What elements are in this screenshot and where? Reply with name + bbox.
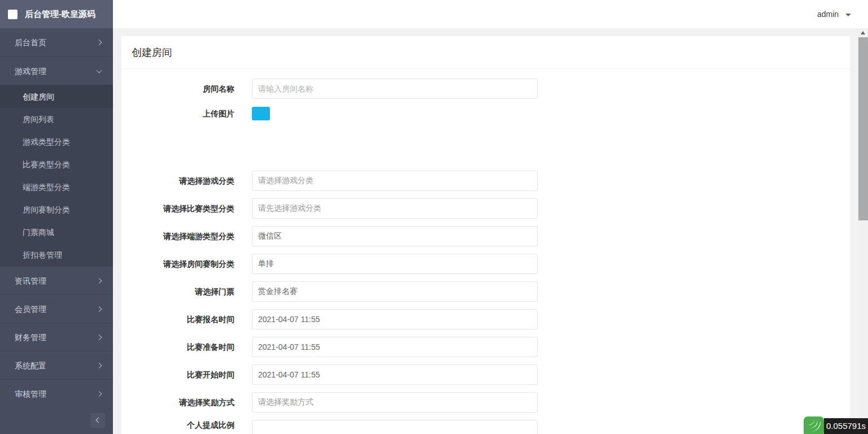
field-label-upload-image: 上传图片 [132, 107, 234, 120]
game-category-select[interactable] [252, 171, 538, 191]
chevron-right-icon [97, 40, 102, 45]
trace-time: 0.055791s [826, 421, 866, 431]
sidebar: 后台管理-欧皇源码 后台首页游戏管理创建房间房间列表游戏类型分类比赛类型分类端游… [0, 0, 113, 434]
field-label-match-type: 请选择比赛类型分类 [132, 198, 234, 219]
match-type-select[interactable] [252, 198, 538, 219]
field-label-ticket: 请选择门票 [132, 281, 234, 302]
scrollbar-thumb[interactable] [858, 37, 868, 220]
app-title: 后台管理-欧皇源码 [25, 9, 95, 20]
field-control-prepare-time [252, 337, 538, 357]
user-menu[interactable]: admin [817, 0, 851, 28]
trace-time-bar: 0.055791s [824, 418, 868, 434]
sidebar-item-audit[interactable]: 审核管理 [0, 379, 113, 407]
reward-mode-select[interactable] [252, 392, 538, 413]
field-control-room-name [252, 79, 538, 99]
chevron-down-icon [845, 14, 851, 16]
field-control-start-time [252, 364, 538, 385]
field-label-signup-time: 比赛报名时间 [132, 309, 234, 329]
field-control-signup-time [252, 309, 538, 329]
sidebar-item-label: 资讯管理 [15, 276, 46, 285]
sidebar-item-label: 审核管理 [15, 389, 46, 398]
submenu-game: 创建房间房间列表游戏类型分类比赛类型分类端游类型分类房间赛制分类门票商城折扣卷管… [0, 85, 113, 266]
logo-bar: 后台管理-欧皇源码 [0, 0, 113, 28]
app-logo-icon [8, 10, 18, 19]
content-card: 创建房间 房间名称上传图片请选择游戏分类请选择比赛类型分类请选择端游类型分类请选… [121, 36, 850, 434]
field-label-game-category: 请选择游戏分类 [132, 171, 234, 191]
form-row-room-format: 请选择房间赛制分类 [121, 254, 850, 274]
prepare-time-input[interactable] [252, 337, 538, 357]
submenu-item-label: 折扣卷管理 [23, 250, 62, 259]
room-format-select[interactable] [252, 254, 538, 274]
chevron-left-icon [96, 418, 102, 423]
sidebar-subitem-create-room[interactable]: 创建房间 [0, 85, 113, 108]
form-row-ticket: 请选择门票 [121, 281, 850, 302]
field-control-game-category [252, 171, 538, 191]
form-row-room-name: 房间名称 [121, 79, 850, 99]
chevron-down-icon [97, 67, 102, 73]
sidebar-item-member[interactable]: 会员管理 [0, 294, 113, 323]
chevron-right-icon [97, 335, 102, 340]
sidebar-subitem-discount-coupon[interactable]: 折扣卷管理 [0, 244, 113, 266]
sidebar-item-label: 后台首页 [15, 38, 46, 47]
client-type-select[interactable] [252, 226, 538, 246]
submenu-item-label: 房间赛制分类 [23, 205, 70, 214]
form-row-match-type: 请选择比赛类型分类 [121, 198, 850, 219]
sidebar-item-label: 会员管理 [15, 305, 46, 314]
room-name-input[interactable] [252, 79, 538, 99]
sidebar-subitem-room-list[interactable]: 房间列表 [0, 108, 113, 131]
submenu-item-label: 比赛类型分类 [23, 160, 70, 169]
sidebar-subitem-ticket-shop[interactable]: 门票商城 [0, 221, 113, 244]
sidebar-item-finance[interactable]: 财务管理 [0, 323, 113, 351]
sidebar-subitem-game-type-category[interactable]: 游戏类型分类 [0, 131, 113, 153]
form-row-game-category: 请选择游戏分类 [121, 171, 850, 191]
field-label-client-type: 请选择端游类型分类 [132, 226, 234, 246]
ticket-select[interactable] [252, 281, 538, 302]
form-row-commission: 个人提成比例 [121, 420, 850, 434]
field-label-room-format: 请选择房间赛制分类 [132, 254, 234, 274]
form-row-client-type: 请选择端游类型分类 [121, 226, 850, 246]
username: admin [817, 10, 839, 19]
top-navbar: admin [113, 0, 868, 28]
chevron-right-icon [97, 306, 102, 312]
field-label-prepare-time: 比赛准备时间 [132, 337, 234, 357]
sidebar-subitem-client-type-category[interactable]: 端游类型分类 [0, 176, 113, 198]
sidebar-subitem-match-type-category[interactable]: 比赛类型分类 [0, 153, 113, 176]
submenu-item-label: 门票商城 [23, 228, 54, 237]
field-control-match-type [252, 198, 538, 219]
field-label-reward-mode: 请选择奖励方式 [132, 392, 234, 413]
field-label-start-time: 比赛开始时间 [132, 364, 234, 385]
submenu-item-label: 游戏类型分类 [23, 137, 70, 146]
submenu-item-label: 创建房间 [23, 92, 54, 101]
form-row-prepare-time: 比赛准备时间 [121, 337, 850, 357]
field-control-reward-mode [252, 392, 538, 413]
sidebar-item-label: 系统配置 [15, 361, 46, 370]
create-room-form: 房间名称上传图片请选择游戏分类请选择比赛类型分类请选择端游类型分类请选择房间赛制… [121, 69, 850, 434]
form-row-start-time: 比赛开始时间 [121, 364, 850, 385]
sidebar-nav: 后台首页游戏管理创建房间房间列表游戏类型分类比赛类型分类端游类型分类房间赛制分类… [0, 28, 113, 407]
upload-image-button[interactable] [252, 107, 270, 120]
sidebar-subitem-room-format-category[interactable]: 房间赛制分类 [0, 198, 113, 221]
field-control-ticket [252, 281, 538, 302]
signup-time-input[interactable] [252, 309, 538, 329]
field-control-room-format [252, 254, 538, 274]
field-label-commission: 个人提成比例 [132, 420, 234, 434]
scroll-up-arrow-icon[interactable] [861, 31, 865, 34]
trace-flame-icon[interactable] [804, 416, 824, 434]
sidebar-item-game[interactable]: 游戏管理 [0, 57, 113, 85]
page-title: 创建房间 [121, 36, 850, 69]
sidebar-item-label: 游戏管理 [15, 67, 46, 76]
submenu-item-label: 端游类型分类 [23, 183, 70, 192]
form-row-signup-time: 比赛报名时间 [121, 309, 850, 329]
field-label-room-name: 房间名称 [132, 79, 234, 99]
vertical-scrollbar[interactable] [858, 28, 868, 434]
form-row-upload-image: 上传图片 [121, 107, 850, 120]
commission-input[interactable] [252, 420, 538, 434]
chevron-right-icon [97, 278, 102, 284]
sidebar-item-home[interactable]: 后台首页 [0, 28, 113, 57]
sidebar-item-system[interactable]: 系统配置 [0, 351, 113, 379]
start-time-input[interactable] [252, 364, 538, 385]
field-control-client-type [252, 226, 538, 246]
sidebar-collapse-button[interactable] [90, 413, 105, 428]
form-row-reward-mode: 请选择奖励方式 [121, 392, 850, 413]
sidebar-item-news[interactable]: 资讯管理 [0, 266, 113, 294]
